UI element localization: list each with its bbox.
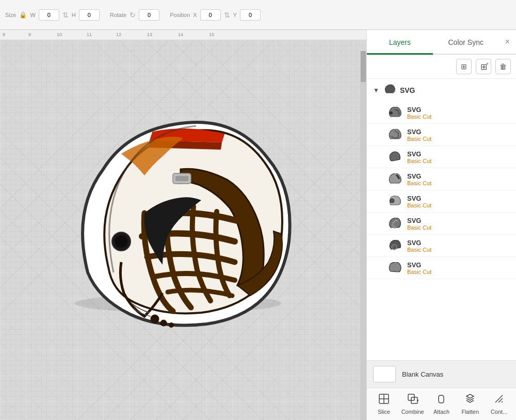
layer-4-info: SVG Basic Cut [407,172,431,186]
layer-8-subtitle: Basic Cut [407,269,431,275]
y-input[interactable] [240,9,261,21]
rotate-input[interactable] [139,9,159,21]
layer-1-icon [388,105,402,120]
layer-7-subtitle: Basic Cut [407,247,431,253]
size-group: Size 🔒 W ⇅ H [5,9,100,21]
layer-item-2[interactable]: SVG Basic Cut [367,124,516,146]
svg-point-6 [160,320,167,326]
position-label: Position [170,12,190,18]
layer-item-6[interactable]: SVG Basic Cut [367,213,516,235]
layer-1-title: SVG [407,106,431,114]
svg-rect-4 [175,176,188,181]
layer-item-5[interactable]: SVG Basic Cut [367,190,516,213]
blank-canvas-label: Blank Canvas [402,370,443,378]
slice-btn[interactable]: Slice [371,393,397,415]
scrollbar-vertical[interactable] [360,51,366,420]
combine-btn[interactable]: Combine [400,393,426,415]
attach-btn[interactable]: Attach [428,393,454,415]
layer-item-1[interactable]: SVG Basic Cut [367,102,516,124]
delete-layer-btn[interactable]: 🗑 [495,59,511,74]
helmet-container[interactable] [41,82,310,350]
height-input[interactable] [79,9,100,21]
ruler-tick-15: 15 [209,32,214,37]
layer-item-4[interactable]: SVG Basic Cut [367,168,516,190]
layer-6-title: SVG [407,217,431,224]
rotate-group: Rotate ↻ [110,9,159,21]
group-helmet-icon [383,84,396,96]
layer-4-subtitle: Basic Cut [407,180,431,186]
panel-bottom-toolbar: Slice Combine [367,387,516,420]
blank-canvas-thumbnail [373,366,396,382]
layer-item-7[interactable]: SVG Basic Cut [367,235,516,257]
ruler-tick-12: 12 [116,32,121,37]
layer-2-title: SVG [407,128,431,136]
layer-2-subtitle: Basic Cut [407,136,431,142]
panel-close-btn[interactable]: × [499,30,516,54]
attach-icon [436,393,447,407]
layer-6-icon [388,216,402,231]
w-label: W [30,12,35,18]
y-label: Y [233,12,237,18]
x-label: X [193,12,197,18]
ruler-numbers: 8 9 10 11 12 13 14 15 [0,30,366,40]
layer-group-svg[interactable]: ▼ SVG [367,79,516,102]
layer-7-info: SVG Basic Cut [407,239,431,253]
contour-btn[interactable]: Cont... [486,393,512,415]
ruler-tick-14: 14 [178,32,183,37]
ruler-tick-9: 9 [28,32,31,37]
layer-1-subtitle: Basic Cut [407,114,431,120]
group-layers-btn[interactable]: ⊞ [456,59,472,74]
blank-canvas-item[interactable]: Blank Canvas [367,360,516,387]
group-layer-name: SVG [400,86,415,94]
svg-point-13 [394,226,396,229]
tab-layers[interactable]: Layers [367,30,433,55]
layer-2-icon [388,127,402,142]
layer-item-8[interactable]: SVG Basic Cut [367,257,516,279]
slice-icon [378,393,390,407]
svg-point-15 [392,246,394,248]
contour-icon [493,393,505,407]
rotate-label: Rotate [110,12,126,18]
panel-toolbar: ⊞ ⊞+ 🗑 [367,55,516,79]
layer-3-info: SVG Basic Cut [407,150,431,164]
layer-6-info: SVG Basic Cut [407,217,431,231]
width-input[interactable] [39,9,59,21]
layer-1-info: SVG Basic Cut [407,106,431,120]
ruler-tick-11: 11 [87,32,92,37]
panel-tabs: Layers Color Sync × [367,30,516,55]
svg-point-9 [115,235,127,248]
flatten-btn[interactable]: Flatten [457,393,483,415]
layer-3-icon [388,150,402,164]
layer-7-title: SVG [407,239,431,247]
svg-point-7 [169,322,174,328]
ruler-tick-10: 10 [57,32,62,37]
svg-point-11 [390,199,394,203]
ruler-tick-8: 8 [3,32,5,37]
combine-icon [407,393,418,407]
layer-item-3[interactable]: SVG Basic Cut [367,146,516,168]
main-toolbar: Size 🔒 W ⇅ H Rotate ↻ Position X ⇅ Y [0,0,516,30]
layers-list[interactable]: ▼ SVG [367,79,516,360]
x-input[interactable] [200,9,221,21]
svg-point-10 [390,111,393,115]
layer-5-icon [388,194,402,208]
add-layer-btn[interactable]: ⊞+ [476,59,491,74]
layer-7-icon [388,238,402,253]
ruler-horizontal: 8 9 10 11 12 13 14 15 [0,30,366,40]
layer-4-title: SVG [407,172,431,180]
canvas-grid[interactable] [0,40,366,420]
position-arrow-icon: ⇅ [224,11,230,19]
layer-4-icon [388,172,402,186]
tab-color-sync[interactable]: Color Sync [433,30,499,54]
layer-3-title: SVG [407,150,431,158]
layer-8-title: SVG [407,261,431,269]
scrollbar-thumb[interactable] [361,51,366,82]
canvas-area[interactable]: 8 9 10 11 12 13 14 15 [0,30,366,420]
group-chevron-icon: ▼ [373,87,379,94]
ruler-tick-13: 13 [147,32,152,37]
rotate-icon: ↻ [130,11,136,19]
main-area: 8 9 10 11 12 13 14 15 [0,30,516,420]
layer-5-info: SVG Basic Cut [407,195,431,208]
layer-6-subtitle: Basic Cut [407,224,431,231]
flatten-icon [464,393,476,407]
